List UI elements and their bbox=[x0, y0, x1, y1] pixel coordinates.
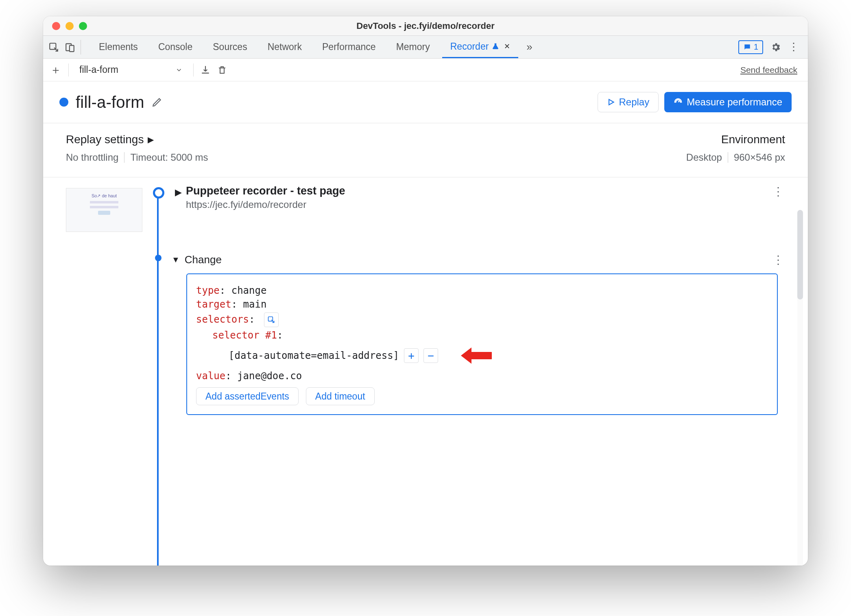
field-key: selectors bbox=[196, 314, 249, 325]
recording-header: fill-a-form Replay Measure performance bbox=[43, 81, 808, 123]
settings-bar: Replay settings ▶ No throttling Timeout:… bbox=[43, 123, 808, 177]
chevron-down-icon bbox=[175, 66, 183, 74]
more-tabs-icon[interactable]: » bbox=[522, 41, 536, 53]
step-thumbnail: So↗ de haut bbox=[66, 188, 142, 232]
selector-picker-icon[interactable] bbox=[264, 312, 279, 327]
tab-memory[interactable]: Memory bbox=[388, 36, 438, 58]
recording-indicator-icon bbox=[59, 98, 68, 107]
remove-selector-button[interactable]: − bbox=[423, 348, 438, 363]
type-value[interactable]: change bbox=[231, 285, 267, 296]
step-url: https://jec.fyi/demo/recorder bbox=[186, 199, 345, 210]
target-value[interactable]: main bbox=[243, 299, 267, 310]
step-title: Puppeteer recorder - test page bbox=[186, 185, 345, 197]
titlebar: DevTools - jec.fyi/demo/recorder bbox=[43, 16, 808, 36]
field-key: type bbox=[196, 285, 220, 296]
new-recording-button[interactable]: ＋ bbox=[50, 62, 62, 78]
timeline-step-dot bbox=[155, 255, 161, 261]
tab-recorder[interactable]: Recorder ✕ bbox=[442, 36, 519, 58]
recorder-toolbar: ＋ fill-a-form Send feedback bbox=[43, 59, 808, 81]
settings-gear-icon[interactable] bbox=[770, 42, 781, 52]
send-feedback-link[interactable]: Send feedback bbox=[740, 65, 801, 75]
tab-performance[interactable]: Performance bbox=[314, 36, 384, 58]
devtools-window: DevTools - jec.fyi/demo/recorder Element… bbox=[43, 16, 808, 566]
replay-button[interactable]: Replay bbox=[598, 92, 659, 112]
throttling-value: No throttling bbox=[66, 152, 118, 163]
step-details-card: type: change target: main selectors: sel… bbox=[186, 273, 778, 415]
tab-network[interactable]: Network bbox=[260, 36, 310, 58]
timeout-value: Timeout: 5000 ms bbox=[130, 152, 208, 163]
value-value[interactable]: jane@doe.co bbox=[237, 370, 302, 382]
tab-sources[interactable]: Sources bbox=[205, 36, 255, 58]
step-change-label: Change bbox=[185, 253, 222, 266]
device-toggle-icon[interactable] bbox=[64, 42, 76, 53]
issues-badge[interactable]: 1 bbox=[738, 40, 763, 54]
step-navigate[interactable]: ▶ Puppeteer recorder - test page https:/… bbox=[175, 185, 783, 210]
tab-elements[interactable]: Elements bbox=[91, 36, 146, 58]
timeline-line bbox=[157, 189, 159, 566]
close-tab-icon[interactable]: ✕ bbox=[502, 42, 510, 51]
replay-settings-toggle[interactable]: Replay settings ▶ bbox=[66, 133, 208, 146]
svg-rect-2 bbox=[70, 45, 74, 51]
inspect-icon[interactable] bbox=[48, 42, 59, 53]
add-asserted-events-button[interactable]: Add assertedEvents bbox=[196, 387, 299, 405]
step-menu-icon[interactable]: ⋮ bbox=[772, 185, 783, 198]
selector-value[interactable]: [data-automate=email-address] bbox=[229, 350, 399, 361]
recording-title: fill-a-form bbox=[76, 93, 144, 111]
add-selector-button[interactable]: + bbox=[404, 348, 419, 363]
measure-performance-button[interactable]: Measure performance bbox=[664, 92, 792, 112]
steps-area: So↗ de haut ▶ Puppeteer recorder - test … bbox=[43, 177, 808, 566]
scrollbar-thumb[interactable] bbox=[797, 210, 803, 299]
edit-title-icon[interactable] bbox=[152, 97, 162, 107]
annotation-arrow-icon bbox=[459, 343, 492, 368]
flask-icon bbox=[492, 43, 499, 50]
more-menu-icon[interactable]: ⋮ bbox=[788, 41, 799, 53]
recording-select[interactable]: fill-a-form bbox=[75, 64, 187, 75]
add-timeout-button[interactable]: Add timeout bbox=[306, 387, 375, 405]
tab-console[interactable]: Console bbox=[150, 36, 201, 58]
timeline-start-icon bbox=[153, 187, 164, 199]
viewport-value: 960×546 px bbox=[734, 152, 785, 163]
export-icon[interactable] bbox=[200, 65, 211, 75]
device-value: Desktop bbox=[686, 152, 722, 163]
field-key: selector #1 bbox=[212, 330, 277, 341]
field-key: value bbox=[196, 370, 225, 382]
caret-right-icon: ▶ bbox=[175, 187, 182, 198]
caret-down-icon: ▼ bbox=[172, 255, 180, 264]
environment-label: Environment bbox=[721, 133, 785, 146]
step-menu-icon[interactable]: ⋮ bbox=[772, 253, 783, 266]
recording-select-value: fill-a-form bbox=[79, 64, 118, 75]
window-title: DevTools - jec.fyi/demo/recorder bbox=[43, 21, 808, 31]
devtools-tabstrip: Elements Console Sources Network Perform… bbox=[43, 36, 808, 59]
field-key: target bbox=[196, 299, 231, 310]
caret-right-icon: ▶ bbox=[148, 135, 154, 144]
delete-icon[interactable] bbox=[217, 65, 227, 75]
step-change[interactable]: ▼ Change ⋮ bbox=[172, 253, 783, 266]
